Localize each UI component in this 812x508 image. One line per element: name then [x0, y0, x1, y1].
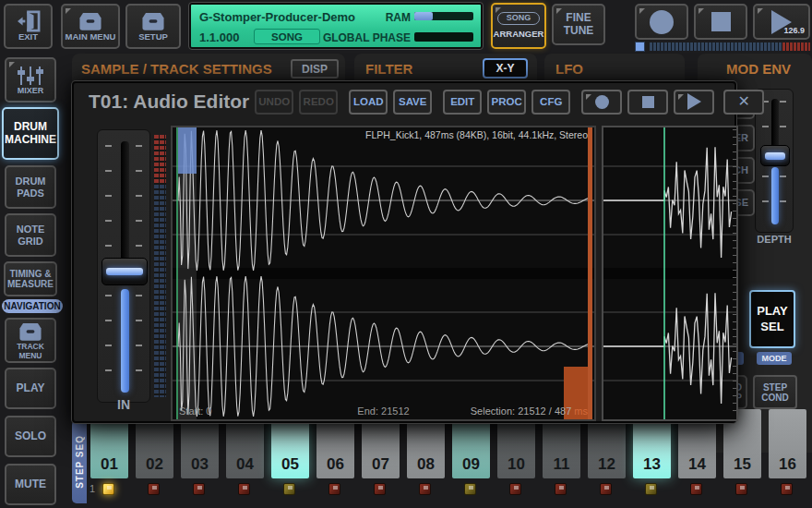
disp-button[interactable]: DISP	[291, 59, 339, 79]
app-screen: SAMPLE / TRACK SETTINGS DISP FILTER X-Y …	[0, 0, 812, 508]
step-param-icon-15[interactable]	[735, 483, 747, 495]
lcd-display: G-Stomper-Producer-Demo 1.1.000 SONG RAM…	[189, 3, 483, 49]
dialog-play-button[interactable]	[674, 90, 714, 115]
bpm-value: 126.9	[783, 27, 805, 36]
step-pad-number: 10	[497, 455, 535, 474]
exit-label: EXIT	[18, 32, 38, 42]
lcd-title: G-Stomper-Producer-Demo	[199, 10, 355, 24]
step-param-icon-14[interactable]	[690, 483, 702, 495]
selection-length: Selection: 21512 / 487 ms	[471, 405, 588, 417]
close-icon: ✕	[738, 94, 750, 109]
audio-editor-title: T01: Audio Editor	[89, 91, 249, 113]
step-param-icon-08[interactable]	[419, 483, 431, 495]
sidebar-item-mixer[interactable]: MIXER	[5, 57, 56, 103]
step-page-label: 1	[90, 483, 95, 494]
ram-bar	[414, 12, 473, 20]
solo-label: SOLO	[15, 430, 46, 442]
sidebar-item-drum-machine[interactable]: DRUM MACHINE	[2, 107, 59, 160]
global-phase-label: GLOBAL PHASE	[323, 31, 411, 44]
depth-track-fill	[771, 167, 779, 224]
xy-button[interactable]: X-Y	[483, 58, 528, 79]
step-pad-number: 03	[181, 455, 219, 474]
step-param-icon-06[interactable]	[328, 483, 340, 495]
step-param-icon-11[interactable]	[555, 483, 567, 495]
sidebar-item-drum-pads[interactable]: DRUM PADS	[5, 165, 56, 209]
fine-tune-line1: FINE	[566, 12, 591, 24]
undo-button[interactable]: UNDO	[255, 90, 293, 115]
sidebar-item-track-menu[interactable]: TRACK MENU	[5, 318, 56, 363]
fine-tune-button[interactable]: FINE TUNE	[552, 4, 605, 45]
mixer-faders-icon	[15, 65, 46, 87]
sidebar-item-play[interactable]: PLAY	[5, 368, 56, 409]
step-param-icon-16[interactable]	[781, 483, 793, 495]
mod-env-title: MOD ENV	[726, 61, 791, 77]
setup-label: SETUP	[138, 32, 168, 42]
save-button[interactable]: SAVE	[393, 90, 432, 115]
setup-button[interactable]: SETUP	[125, 4, 181, 49]
global-phase-bar	[414, 32, 473, 42]
proc-button[interactable]: PROC	[487, 90, 526, 115]
waveform-main-panel[interactable]: FLPH_Kick1, 487ms (84KB), 16bit, 44.1kHz…	[171, 126, 596, 421]
timing-measure-label: TIMING & MEASURE	[6, 269, 55, 289]
drawer-icon	[76, 10, 105, 32]
sidebar-item-mute[interactable]: MUTE	[5, 464, 56, 505]
step-cond-button[interactable]: STEP COND	[753, 375, 797, 409]
record-icon	[650, 10, 674, 34]
song-position-strip[interactable]	[650, 42, 782, 51]
redo-button[interactable]: REDO	[299, 90, 338, 115]
step-pad-number: 07	[362, 455, 400, 474]
step-param-icon-09[interactable]	[464, 483, 476, 495]
step-seq-label: STEP SEQ	[75, 435, 85, 489]
navigation-label: NAVIGATION	[2, 299, 63, 313]
in-level-meter	[154, 135, 166, 397]
sidebar-item-timing-measure[interactable]: TIMING & MEASURE	[4, 261, 57, 296]
step-pad-number: 14	[678, 455, 716, 474]
waveform-zoom-panel[interactable]	[602, 126, 738, 421]
step-param-icon-03[interactable]	[193, 483, 205, 495]
sidebar-item-note-grid[interactable]: NOTE GRID	[5, 213, 56, 257]
step-param-icon-07[interactable]	[374, 483, 386, 495]
selection-start: Start: 0	[179, 405, 211, 417]
step-seq-strip: STEP SEQ	[72, 420, 87, 503]
meter-blue-zone	[154, 185, 166, 397]
step-param-icon-04[interactable]	[238, 483, 250, 495]
in-fader-handle[interactable]	[102, 258, 148, 285]
step-pad-number: 08	[407, 455, 445, 474]
lcd-mode-button[interactable]: SONG	[254, 29, 320, 44]
drum-machine-label: DRUM MACHINE	[1, 121, 60, 145]
depth-fader-handle[interactable]	[760, 145, 790, 166]
step-pad-number: 02	[136, 455, 173, 474]
step-pad-number: 16	[769, 455, 806, 474]
step-pad-number: 05	[271, 455, 309, 474]
audio-editor-dialog: T01: Audio Editor UNDO REDO LOAD SAVE ED…	[72, 81, 736, 423]
step-cond-line1: STEP	[763, 382, 787, 393]
sample-track-settings-title: SAMPLE / TRACK SETTINGS	[81, 61, 272, 77]
edit-button[interactable]: EDIT	[443, 90, 482, 115]
song-arranger-button[interactable]: SONG ARRANGER	[491, 3, 546, 49]
step-param-icon-05[interactable]	[283, 483, 295, 495]
play-button[interactable]: 126.9	[753, 4, 810, 40]
dialog-record-button[interactable]	[581, 90, 622, 115]
stop-button[interactable]	[694, 4, 747, 40]
play-sel-line2: SEL	[760, 320, 783, 334]
step-param-icon-02[interactable]	[148, 483, 160, 495]
play-sel-button[interactable]: PLAY SEL	[749, 290, 795, 348]
step-param-icon-10[interactable]	[509, 483, 521, 495]
song-arranger-arranger: ARRANGER	[494, 30, 544, 39]
dialog-stop-button[interactable]	[627, 90, 668, 115]
in-fader[interactable]	[97, 129, 150, 403]
fine-tune-line2: TUNE	[564, 25, 594, 37]
play-sel-line1: PLAY	[757, 304, 787, 319]
step-param-icon-13[interactable]	[645, 483, 657, 495]
exit-button[interactable]: EXIT	[4, 4, 53, 49]
cfg-button[interactable]: CFG	[531, 90, 570, 115]
main-menu-button[interactable]: MAIN MENU	[61, 4, 120, 49]
dialog-close-button[interactable]: ✕	[723, 90, 764, 115]
step-pad-16[interactable]: 16	[769, 409, 806, 478]
sidebar-item-solo[interactable]: SOLO	[5, 416, 56, 457]
drum-pads-label: DRUM PADS	[6, 175, 54, 198]
load-button[interactable]: LOAD	[349, 90, 388, 115]
step-param-icon-01[interactable]	[102, 483, 114, 495]
step-param-icon-12[interactable]	[600, 483, 612, 495]
record-button[interactable]	[635, 4, 688, 40]
